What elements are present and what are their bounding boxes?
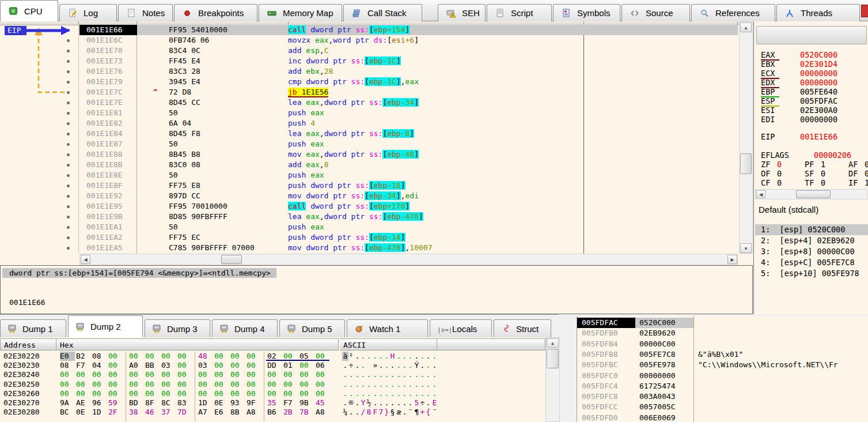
hex-byte[interactable]: 46 [145,408,160,417]
disasm-row[interactable]: 001E1E793945 E4cmp dword ptr ss:[ebp-1C]… [0,77,738,87]
hex-byte[interactable]: 00 [60,370,75,379]
hex-byte[interactable]: 00 [92,380,107,389]
ascii-char[interactable]: . [389,389,396,398]
ascii-char[interactable]: . [366,370,372,379]
disasm-row[interactable]: 001E1E8750push eax [0,139,738,149]
tab-cpu[interactable]: CPU [0,0,58,21]
ascii-char[interactable]: ½ [366,398,372,408]
hex-byte[interactable]: A8 [247,408,261,417]
flag-value[interactable]: 0 [777,169,782,178]
disasm-row[interactable]: 001E1E6C0FB746 06movzx eax,word ptr ds:[… [0,35,738,46]
ascii-char[interactable]: . [348,389,354,398]
flags-row[interactable]: ZF0PF1AF0 [754,160,868,169]
ascii-char[interactable]: . [389,380,396,389]
hex-byte[interactable]: 00 [145,389,160,398]
call-argument-row[interactable]: 3: [esp+8] 00000C00 [755,246,868,257]
hex-byte[interactable]: 00 [76,380,91,389]
hex-byte[interactable]: BC [60,408,75,417]
hex-byte[interactable]: 35 [267,398,282,408]
tab-breakpoints[interactable]: Breakpoints [174,4,257,21]
ascii-char[interactable]: . [425,370,431,379]
ascii-char[interactable]: ¨ [407,408,414,417]
ascii-char[interactable]: { [425,408,431,417]
register-row-esi[interactable]: ESI02E300A0 [754,106,868,115]
stack-row[interactable]: 005FDFB8005FE7C8&"ä%B\x01" [577,349,868,360]
hex-byte[interactable]: 00 [300,389,314,398]
register-row-eflags[interactable]: EFLAGS00000206 [754,150,868,160]
hex-byte[interactable]: 93 [230,398,245,408]
hex-byte[interactable]: 00 [214,389,229,398]
register-row-ebp[interactable]: EBP005FE640 [754,87,868,96]
ascii-char[interactable]: . [366,389,372,398]
ascii-char[interactable]: . [407,398,414,408]
hex-byte[interactable]: 00 [247,370,261,379]
hex-byte[interactable]: 00 [214,380,229,389]
disasm-row[interactable]: 001E1E66FF95 54010000call dword ptr ss:[… [0,25,738,35]
disasm-hscroll-thumb[interactable] [221,255,242,264]
hex-byte[interactable]: 8B [230,408,245,417]
disasm-row[interactable]: 001E1EA150push eax [0,222,738,232]
stack-row[interactable]: 005FDFD0006E0069 [577,413,868,422]
hexdump-row[interactable]: 02E3026000000000000000000000000000000000… [0,389,560,398]
hex-byte[interactable]: 00 [267,370,282,379]
ascii-char[interactable]: H [389,352,396,361]
ascii-char[interactable]: ® [348,398,354,408]
disasm-row[interactable]: 001E1E7C^72 D8jb 1E1E56 [0,87,738,97]
disasm-row[interactable]: 001E1E8FFF75 E8push dword ptr ss:[ebp-18… [0,180,738,191]
hex-byte[interactable]: 00 [214,370,229,379]
disasm-row[interactable]: 001E1E848D45 F8lea eax,dword ptr ss:[ebp… [0,129,738,139]
disasm-row[interactable]: 001E1E8E50push eax [0,170,738,180]
hex-byte[interactable]: 00 [145,352,160,361]
ascii-char[interactable]: . [348,408,354,417]
disasm-row[interactable]: 001E1EA5C785 90FBFFFF 07000mov dword ptr… [0,243,738,253]
ascii-char[interactable]: . [431,380,438,389]
hex-byte[interactable]: 00 [247,361,261,370]
register-value[interactable]: 0520C000 [800,50,837,59]
disasm-row[interactable]: 001E1E9B8D85 90FBFFFFlea eax,dword ptr s… [0,212,738,222]
hex-byte[interactable]: 00 [267,389,282,398]
disasm-row[interactable]: 001E1EA2FF75 ECpush dword ptr ss:[ebp-14… [0,232,738,243]
tab-dump-4[interactable]: Dump 4 [212,319,278,337]
handles-tab-partial-icon[interactable] [861,5,868,17]
ascii-char[interactable]: . [407,370,414,379]
hex-byte[interactable]: A0 [129,361,144,370]
register-row-ecx[interactable]: ECX00000000 [754,69,868,78]
hexdump-vscrollbar[interactable]: ▲ [545,337,560,422]
flags-row[interactable]: CF0TF0IF1 [754,178,868,187]
hex-byte[interactable]: 00 [92,389,107,398]
ascii-char[interactable]: . [360,361,366,370]
registers-hscroll-thumb[interactable] [796,190,831,198]
hex-byte[interactable]: 00 [76,389,91,398]
tab-notes[interactable]: Notes [118,4,173,21]
hex-byte[interactable]: 1D [92,408,107,417]
hexdump-row[interactable]: 02E30280BC0E1D2F3846377DA7E68BA8B62B7BA8… [0,408,560,417]
hex-byte[interactable]: 00 [60,380,75,389]
hex-byte[interactable]: 00 [300,361,314,370]
hex-byte[interactable]: 00 [129,370,144,379]
hex-byte[interactable]: 7D [177,408,192,417]
ascii-char[interactable]: . [425,361,431,370]
hex-byte[interactable]: A8 [316,408,331,417]
hex-byte[interactable]: 0E [76,408,91,417]
hex-byte[interactable]: 0E [214,398,229,408]
register-value[interactable]: 02E300A0 [800,106,837,115]
hex-byte[interactable]: 9B [300,398,314,408]
ascii-char[interactable]: . [425,398,431,408]
hex-byte[interactable]: 38 [129,408,144,417]
disasm-hscrollbar[interactable]: ◀ ▶ [79,254,738,265]
disasm-row[interactable]: 001E1E7683C3 28add ebx,28 [0,66,738,77]
disasm-vscrollbar[interactable]: ▲ ▼ [739,21,753,254]
ascii-char[interactable]: ² [348,352,354,361]
hex-byte[interactable]: 45 [316,398,331,408]
hex-byte[interactable]: 00 [230,370,245,379]
ascii-char[interactable]: . [431,389,438,398]
hex-byte[interactable]: 00 [230,380,245,389]
hex-byte[interactable]: 00 [161,352,176,361]
hex-byte[interactable]: 00 [145,380,160,389]
call-argument-row[interactable]: 1: [esp] 0520C000 [755,224,868,235]
hexdump-header-hex[interactable]: Hex [56,338,339,351]
hex-byte[interactable]: BB [145,361,160,370]
hex-byte[interactable]: 00 [198,370,213,379]
tab-call-stack[interactable]: Call Stack [343,4,422,21]
stack-row[interactable]: 005FDFC8003A0043 [577,391,868,402]
